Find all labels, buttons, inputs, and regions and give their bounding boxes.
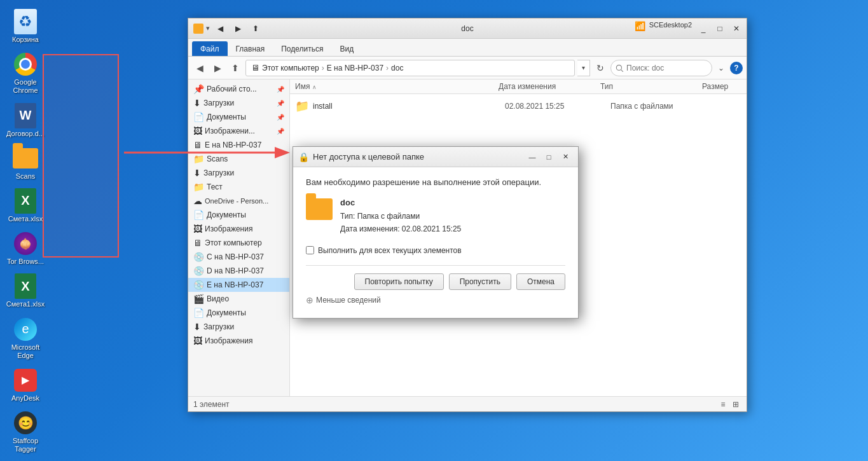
desktop-icon-smeta1[interactable]: Смета1.xlsx [1, 271, 50, 311]
dialog-checkbox-label[interactable]: Выполнить для всех текущих элементов [318, 246, 462, 255]
table-row[interactable]: 📁 install 02.08.2021 15:25 Папка с файла… [290, 97, 747, 116]
sidebar-dl3-icon: ⬇ [193, 322, 201, 332]
path-part3: doc [391, 64, 403, 72]
view-details-btn[interactable]: ≡ [717, 399, 729, 410]
maximize-btn[interactable]: □ [712, 21, 727, 36]
sidebar-item-documents[interactable]: 📄 Документы 📌 [188, 110, 289, 124]
col-header-size[interactable]: Размер [702, 82, 741, 91]
sidebar-item-od-images[interactable]: 🖼 Изображения [188, 222, 289, 236]
sidebar-video-label: Видео [207, 294, 229, 303]
scans-folder-icon [13, 148, 38, 169]
ribbon-tab-home[interactable]: Главная [228, 41, 273, 56]
sidebar-item-downloads[interactable]: ⬇ Загрузки 📌 [188, 96, 289, 110]
view-icons: ≡ ⊞ [717, 399, 741, 410]
sidebar-item-scans[interactable]: 📁 Scans [188, 152, 289, 166]
col-header-name[interactable]: Имя ∧ [295, 82, 499, 91]
sidebar-item-test[interactable]: 📁 Тест [188, 180, 289, 194]
sidebar-test-icon: 📁 [193, 182, 204, 192]
desktop-icon-start-tor[interactable]: 🧅 Start Tor Browser [1, 458, 50, 461]
path-part2: Е на NB-HP-037 [327, 64, 383, 72]
address-dropdown-btn[interactable]: ▾ [577, 60, 590, 76]
sidebar-item-dl3[interactable]: ⬇ Загрузки [188, 320, 289, 334]
sidebar-item-images2[interactable]: 🖼 Изображения [188, 334, 289, 348]
sidebar-item-docs2[interactable]: 📄 Документы [188, 306, 289, 320]
sidebar-item-desktop[interactable]: 📌 Рабочий сто... 📌 [188, 82, 289, 96]
ribbon-tab-view[interactable]: Вид [331, 41, 362, 56]
desktop-icon-dogovor[interactable]: Договор.d... [1, 100, 50, 141]
word-icon [15, 103, 36, 128]
dialog-title-icon: 🔒 [298, 152, 309, 162]
sidebar-e-drive-label: Е на NB-HP-037 [205, 141, 261, 149]
col-header-type[interactable]: Тип [600, 82, 702, 91]
google-chrome-label: Google Chrome [4, 78, 47, 95]
quick-access-back-btn[interactable]: ◀ [212, 21, 228, 36]
sidebar-item-images[interactable]: 🖼 Изображени... 📌 [188, 124, 289, 138]
sidebar-images2-label: Изображения [205, 336, 252, 345]
quick-access-up-btn[interactable]: ⬆ [248, 21, 263, 36]
sidebar-item-c-drive[interactable]: 💿 С на NB-HP-037 [188, 250, 289, 264]
forward-btn[interactable]: ▶ [210, 60, 225, 76]
dialog-checkbox[interactable] [306, 246, 314, 254]
desktop-icon-staffcop[interactable]: 😊 Staffcop Tagger [1, 408, 50, 456]
chrome-icon [14, 53, 37, 76]
dialog-maximize-btn[interactable]: □ [541, 151, 556, 163]
back-btn[interactable]: ◀ [192, 60, 207, 76]
search-input[interactable] [610, 60, 712, 76]
sidebar-docs2-icon: 📄 [193, 308, 204, 318]
ribbon-tab-file[interactable]: Файл [192, 41, 228, 56]
sidebar-dl2-icon: ⬇ [193, 168, 201, 178]
sidebar-downloads-label: Загрузки [203, 99, 234, 107]
sidebar-item-e-drive[interactable]: 🖥 Е на NB-HP-037 [188, 138, 289, 152]
desktop-icon-smeta[interactable]: Смета.xlsx [1, 186, 50, 226]
sidebar-item-od-docs[interactable]: 📄 Документы [188, 208, 289, 222]
ribbon-expand-btn[interactable]: ⌄ [715, 60, 727, 76]
dialog-more-info[interactable]: ⊕ Меньше сведений [306, 292, 565, 308]
path-part1: Этот компьютер [262, 64, 319, 72]
sidebar-item-video[interactable]: 🎬 Видео [188, 292, 289, 306]
address-bar: ◀ ▶ ⬆ 🖥 Этот компьютер › Е на NB-HP-037 … [188, 57, 747, 79]
dogovor-label: Договор.d... [6, 130, 45, 138]
sidebar-item-this-pc[interactable]: 🖥 Этот компьютер [188, 236, 289, 250]
close-btn[interactable]: ✕ [729, 21, 744, 36]
sidebar-scans-icon: 📁 [193, 154, 204, 164]
view-icons-btn[interactable]: ⊞ [730, 399, 741, 410]
tor-browser-label: Tor Brows... [7, 258, 44, 266]
col-header-date[interactable]: Дата изменения [499, 82, 600, 91]
minimize-btn[interactable]: _ [696, 21, 711, 36]
up-btn[interactable]: ⬆ [228, 60, 243, 76]
sidebar-pin-downloads: 📌 [277, 100, 284, 107]
dialog-minimize-btn[interactable]: — [525, 151, 540, 163]
title-folder-icon [193, 24, 203, 34]
quick-access-forward-btn[interactable]: ▶ [230, 21, 245, 36]
desktop-icon-scans[interactable]: Scans [1, 143, 50, 183]
help-btn[interactable]: ? [730, 62, 743, 74]
sort-arrow: ∧ [312, 84, 317, 90]
sidebar-item-onedrive[interactable]: ☁ OneDrive - Person... [188, 194, 289, 208]
sidebar-downloads-icon: ⬇ [193, 98, 201, 108]
sidebar-c-drive-icon: 💿 [193, 252, 204, 262]
sidebar-item-d-drive[interactable]: 💿 D на NB-HP-037 [188, 264, 289, 278]
sidebar-dl2-label: Загрузки [203, 169, 234, 177]
sidebar-desktop-icon: 📌 [193, 84, 204, 94]
sidebar-item-e-drive2[interactable]: 💿 Е на NB-HP-037 [188, 278, 289, 292]
dialog-close-btn[interactable]: ✕ [558, 151, 573, 163]
desktop-icon-tor-browser[interactable]: 🧅 Tor Brows... [1, 228, 50, 268]
sidebar-item-downloads2[interactable]: ⬇ Загрузки [188, 166, 289, 180]
dialog-title-bar: 🔒 Нет доступа к целевой папке — □ ✕ [293, 147, 578, 167]
desktop-icon-recycle-bin[interactable]: Корзина [1, 6, 50, 46]
sidebar-pin-desktop: 📌 [277, 86, 284, 93]
dialog-cancel-btn[interactable]: Отмена [516, 273, 565, 290]
ribbon-tab-share[interactable]: Поделиться [273, 41, 331, 56]
edge-label: Microsoft Edge [4, 343, 47, 360]
recycle-bin-label: Корзина [12, 36, 39, 44]
desktop-icon-edge[interactable]: e Microsoft Edge [1, 314, 50, 362]
sidebar-onedrive-label: OneDrive - Person... [205, 197, 268, 205]
dialog-skip-btn[interactable]: Пропустить [449, 273, 511, 290]
sidebar-onedrive-icon: ☁ [193, 196, 202, 206]
desktop-icon-anydesk[interactable]: ▶ AnyDesk [1, 365, 50, 405]
address-path[interactable]: 🖥 Этот компьютер › Е на NB-HP-037 › doc [245, 60, 575, 76]
status-text: 1 элемент [193, 400, 230, 409]
refresh-btn[interactable]: ↻ [593, 60, 608, 76]
desktop-icon-google-chrome[interactable]: Google Chrome [1, 49, 50, 97]
dialog-retry-btn[interactable]: Повторить попытку [354, 273, 444, 290]
